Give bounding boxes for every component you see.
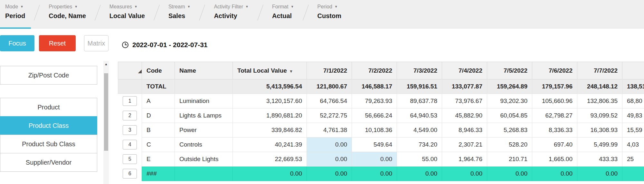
row-number-button[interactable]: 6 <box>123 169 137 179</box>
value-cell[interactable]: 52,272.75 <box>307 108 352 123</box>
value-cell[interactable]: 528.20 <box>487 138 532 152</box>
toolbar-group-stream[interactable]: Stream▼Sales <box>168 4 190 19</box>
column-header-name[interactable]: Name <box>175 62 233 79</box>
column-header-7-3-2022[interactable]: 7/3/2022 <box>397 62 442 79</box>
value-cell[interactable]: 22,669.53 <box>233 152 307 167</box>
column-header-7-6-2022[interactable]: 7/6/2022 <box>532 62 577 79</box>
value-cell[interactable]: 25 <box>622 152 644 167</box>
sidebar-item-zip-post-code[interactable]: Zip/Post Code <box>0 66 97 85</box>
row-number-button[interactable]: 5 <box>123 154 137 164</box>
name-cell[interactable] <box>175 167 233 181</box>
value-cell[interactable]: 62,798.27 <box>532 108 577 123</box>
name-cell[interactable]: Power <box>175 123 233 138</box>
sidebar-item-supplier-vendor[interactable]: Supplier/Vendor <box>0 153 97 172</box>
value-cell[interactable]: 5,268.83 <box>487 123 532 138</box>
vertical-scrollbar[interactable]: ▲ <box>103 61 109 184</box>
value-cell[interactable]: 0.00 <box>397 167 442 181</box>
row-number-button[interactable]: 3 <box>123 125 137 135</box>
value-cell[interactable]: 3,120,157.60 <box>233 94 307 108</box>
sidebar-item-product[interactable]: Product <box>0 98 97 117</box>
total-value-cell[interactable]: 248,148.12 <box>577 79 622 94</box>
row-number-button[interactable]: 1 <box>123 96 137 106</box>
value-cell[interactable]: 4,549.00 <box>397 123 442 138</box>
value-cell[interactable]: 0.00 <box>307 138 352 152</box>
column-header-7-5-2022[interactable]: 7/5/2022 <box>487 62 532 79</box>
value-cell[interactable]: 8,946.33 <box>442 123 487 138</box>
value-cell[interactable]: 5,499.99 <box>577 138 622 152</box>
value-cell[interactable]: 433.33 <box>577 152 622 167</box>
value-cell[interactable]: 339,846.82 <box>233 123 307 138</box>
total-value-cell[interactable]: 159,916.51 <box>397 79 442 94</box>
sidebar-item-product-sub-class[interactable]: Product Sub Class <box>0 135 97 153</box>
toolbar-group-format[interactable]: Format▼Actual <box>272 4 294 19</box>
value-cell[interactable]: 4,03 <box>622 138 644 152</box>
value-cell[interactable]: 0.00 <box>307 167 352 181</box>
scroll-up-button[interactable]: ▲ <box>103 61 109 67</box>
code-cell[interactable]: D <box>142 108 175 123</box>
value-cell[interactable]: 697.40 <box>532 138 577 152</box>
total-value-cell[interactable]: 159,264.89 <box>487 79 532 94</box>
toolbar-group-period[interactable]: Period▼Custom <box>317 4 341 19</box>
value-cell[interactable]: 0.00 <box>307 152 352 167</box>
matrix-button[interactable]: Matrix <box>84 35 109 51</box>
value-cell[interactable]: 0.00 <box>352 167 397 181</box>
value-cell[interactable]: 60,054.85 <box>487 108 532 123</box>
name-cell[interactable]: Lumination <box>175 94 233 108</box>
column-header-7-8-2[interactable]: 7/8/2 <box>622 62 644 79</box>
value-cell[interactable]: 1,665.00 <box>532 152 577 167</box>
total-value-cell[interactable]: 133,077.87 <box>442 79 487 94</box>
reset-button[interactable]: Reset <box>39 35 76 51</box>
total-value-cell[interactable]: 121,800.67 <box>307 79 352 94</box>
value-cell[interactable]: 549.64 <box>352 138 397 152</box>
value-cell[interactable]: 45,882.90 <box>442 108 487 123</box>
value-cell[interactable]: 0.00 <box>352 152 397 167</box>
value-cell[interactable]: 0.00 <box>233 167 307 181</box>
value-cell[interactable]: 93,202.30 <box>487 94 532 108</box>
value-cell[interactable]: 734.20 <box>397 138 442 152</box>
value-cell[interactable]: 73,976.67 <box>442 94 487 108</box>
value-cell[interactable]: 79,263.93 <box>352 94 397 108</box>
value-cell[interactable]: 2,307.21 <box>442 138 487 152</box>
total-value-cell[interactable]: 138,51 <box>622 79 644 94</box>
scrollbar-thumb[interactable] <box>104 73 108 151</box>
value-cell[interactable]: 0.00 <box>442 167 487 181</box>
value-cell[interactable] <box>622 167 644 181</box>
value-cell[interactable]: 105,660.96 <box>532 94 577 108</box>
value-cell[interactable]: 0.00 <box>577 167 622 181</box>
sidebar-item-product-class[interactable]: Product Class <box>0 116 97 135</box>
value-cell[interactable]: 0.00 <box>532 167 577 181</box>
value-cell[interactable]: 10,108.36 <box>352 123 397 138</box>
column-header-code[interactable]: Code <box>142 62 175 79</box>
name-cell[interactable]: Lights & Lamps <box>175 108 233 123</box>
toolbar-group-mode[interactable]: Mode▼Period <box>5 4 25 19</box>
code-cell[interactable]: A <box>142 94 175 108</box>
row-number-button[interactable]: 2 <box>123 111 137 120</box>
total-value-cell[interactable]: 5,413,596.54 <box>233 79 307 94</box>
toolbar-group-activity-filter[interactable]: Activity Filter▼Activity <box>214 4 249 19</box>
name-cell[interactable]: Outside Lights <box>175 152 233 167</box>
value-cell[interactable]: 64,940.53 <box>397 108 442 123</box>
code-cell[interactable]: C <box>142 138 175 152</box>
row-number-button[interactable]: 4 <box>123 140 137 149</box>
value-cell[interactable]: 15,59 <box>622 123 644 138</box>
column-header-7-7-2022[interactable]: 7/7/2022 <box>577 62 622 79</box>
column-header-total-local-value[interactable]: Total Local Value▾ <box>233 62 307 79</box>
focus-button[interactable]: Focus <box>0 35 34 51</box>
value-cell[interactable]: 1,890,681.20 <box>233 108 307 123</box>
toolbar-group-measures[interactable]: Measures▼Local Value <box>109 4 145 19</box>
value-cell[interactable]: 93,099.52 <box>577 108 622 123</box>
value-cell[interactable]: 132,806.35 <box>577 94 622 108</box>
value-cell[interactable]: 4,761.38 <box>307 123 352 138</box>
value-cell[interactable]: 0.00 <box>487 167 532 181</box>
value-cell[interactable]: 1,964.76 <box>442 152 487 167</box>
value-cell[interactable]: 210.71 <box>487 152 532 167</box>
column-header-7-1-2022[interactable]: 7/1/2022 <box>307 62 352 79</box>
value-cell[interactable]: 55.00 <box>397 152 442 167</box>
column-header-7-2-2022[interactable]: 7/2/2022 <box>352 62 397 79</box>
code-cell[interactable]: E <box>142 152 175 167</box>
value-cell[interactable]: 49,83 <box>622 108 644 123</box>
value-cell[interactable]: 89,637.78 <box>397 94 442 108</box>
value-cell[interactable]: 68,80 <box>622 94 644 108</box>
column-header-7-4-2022[interactable]: 7/4/2022 <box>442 62 487 79</box>
total-value-cell[interactable]: 146,588.17 <box>352 79 397 94</box>
